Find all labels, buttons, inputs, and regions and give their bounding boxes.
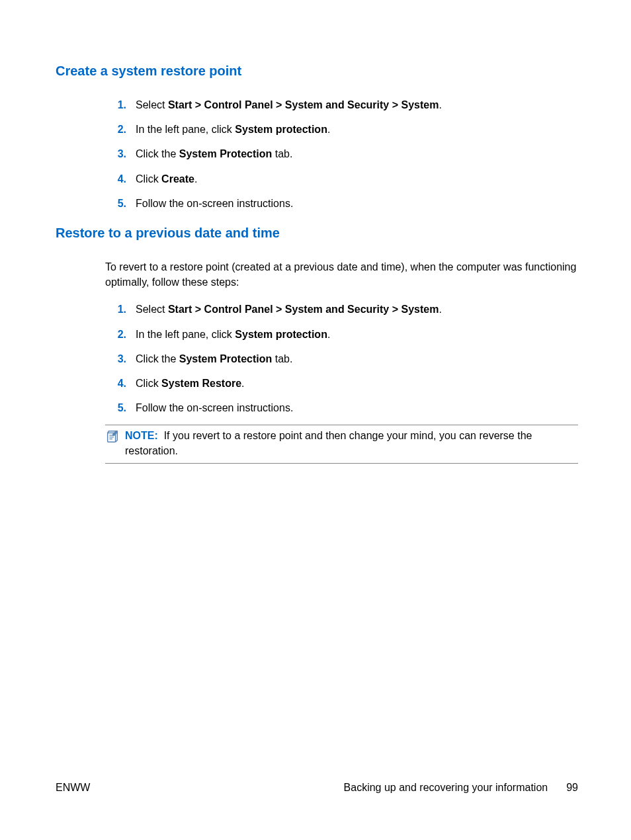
note-icon: [105, 428, 121, 448]
list-item: 1. Select Start > Control Panel > System…: [105, 97, 578, 112]
list-item: 3. Click the System Protection tab.: [105, 351, 578, 366]
step-number: 5.: [105, 196, 136, 211]
page-number: 99: [566, 782, 578, 794]
list-item: 5. Follow the on-screen instructions.: [105, 400, 578, 415]
step-text: In the left pane, click System protectio…: [136, 122, 578, 137]
step-number: 4.: [105, 171, 136, 187]
section2-steps: 1. Select Start > Control Panel > System…: [105, 302, 578, 415]
list-item: 2. In the left pane, click System protec…: [105, 122, 578, 137]
list-item: 2. In the left pane, click System protec…: [105, 327, 578, 342]
list-item: 5. Follow the on-screen instructions.: [105, 196, 578, 211]
step-number: 3.: [105, 351, 136, 366]
heading-restore-previous: Restore to a previous date and time: [56, 226, 578, 241]
step-number: 5.: [105, 400, 136, 415]
step-number: 1.: [105, 302, 136, 317]
step-number: 3.: [105, 146, 136, 161]
section1-body: 1. Select Start > Control Panel > System…: [105, 97, 578, 211]
note-label: NOTE:: [125, 430, 158, 441]
footer-right: Backing up and recovering your informati…: [344, 782, 578, 794]
note-content: NOTE: If you revert to a restore point a…: [124, 428, 578, 458]
step-number: 4.: [105, 376, 136, 391]
list-item: 1. Select Start > Control Panel > System…: [105, 302, 578, 317]
footer-left: ENWW: [56, 782, 90, 794]
step-number: 2.: [105, 122, 136, 137]
list-item: 4. Click System Restore.: [105, 376, 578, 391]
step-text: Select Start > Control Panel > System an…: [136, 302, 578, 317]
step-text: Click Create.: [136, 171, 578, 187]
document-page: Create a system restore point 1. Select …: [0, 0, 631, 464]
note-box: NOTE: If you revert to a restore point a…: [105, 425, 578, 463]
step-number: 2.: [105, 327, 136, 342]
step-text: Click System Restore.: [136, 376, 578, 391]
step-text: Follow the on-screen instructions.: [136, 196, 578, 211]
page-footer: ENWW Backing up and recovering your info…: [0, 782, 631, 794]
list-item: 4. Click Create.: [105, 171, 578, 187]
step-number: 1.: [105, 97, 136, 112]
section1-steps: 1. Select Start > Control Panel > System…: [105, 97, 578, 211]
section2-body: To revert to a restore point (created at…: [105, 259, 578, 464]
heading-create-restore-point: Create a system restore point: [56, 63, 578, 79]
step-text: In the left pane, click System protectio…: [136, 327, 578, 342]
step-text: Select Start > Control Panel > System an…: [136, 97, 578, 112]
section2-intro: To revert to a restore point (created at…: [105, 259, 578, 290]
note-text: If you revert to a restore point and the…: [125, 430, 532, 456]
step-text: Follow the on-screen instructions.: [136, 400, 578, 415]
step-text: Click the System Protection tab.: [136, 146, 578, 161]
step-text: Click the System Protection tab.: [136, 351, 578, 366]
list-item: 3. Click the System Protection tab.: [105, 146, 578, 161]
footer-section-title: Backing up and recovering your informati…: [344, 782, 548, 794]
